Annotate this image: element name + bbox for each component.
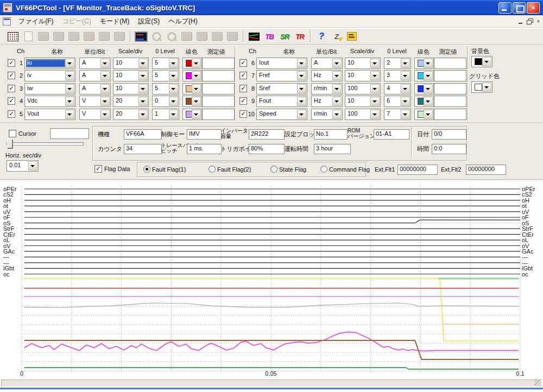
channel-5-name-select[interactable]: Vout <box>24 109 75 120</box>
cursor-slider[interactable] <box>7 142 84 146</box>
channel-4-level-select[interactable]: 0 <box>152 96 179 107</box>
channel-5-scale-select[interactable]: 20 <box>113 109 149 120</box>
channel-3-scale-select[interactable]: 10 <box>113 83 149 94</box>
channel-3-level-select[interactable]: 5 <box>152 83 179 94</box>
menu-help[interactable]: ヘルプ(H) <box>164 15 202 28</box>
channel-7-value-field[interactable] <box>434 70 466 81</box>
date-field[interactable]: 0/0 <box>432 129 466 140</box>
state-flag-radio[interactable] <box>270 166 277 173</box>
ext-flt2-field[interactable]: 00000000 <box>466 165 506 175</box>
report-button[interactable] <box>345 30 359 43</box>
trace-button[interactable]: TR <box>293 30 307 43</box>
control-mode-field[interactable]: IMV <box>187 129 222 140</box>
channel-8-unit-select[interactable]: r/min <box>311 83 343 94</box>
channel-6-value-field[interactable] <box>434 58 466 69</box>
channel-1-name-select[interactable]: iu <box>24 58 75 69</box>
serial-button[interactable]: SR <box>277 30 292 43</box>
channel-4-color-select[interactable] <box>182 96 202 107</box>
time-field[interactable]: 0:0 <box>432 144 466 154</box>
traceback-pitch-field[interactable]: 1 ms <box>187 144 222 154</box>
channel-10-name-select[interactable]: Speed <box>256 109 307 120</box>
transfer-button[interactable] <box>225 30 239 43</box>
channel-2-color-select[interactable] <box>182 70 202 81</box>
monitor-button[interactable] <box>134 30 148 43</box>
channel-9-color-select[interactable] <box>414 96 434 107</box>
cursor-slider-thumb[interactable] <box>7 139 12 148</box>
minimize-button[interactable] <box>498 2 512 14</box>
channel-8-value-field[interactable] <box>434 83 466 94</box>
channel-2-scale-select[interactable]: 10 <box>113 70 149 81</box>
runtime-field[interactable]: 3 hour <box>314 144 351 154</box>
child-restore-button[interactable] <box>526 18 534 25</box>
channel-9-name-select[interactable]: Fout <box>256 96 307 107</box>
grid-color-select[interactable] <box>471 81 493 93</box>
channel-2-unit-select[interactable]: A <box>79 70 111 81</box>
channel-3-name-select[interactable]: iw <box>24 83 75 94</box>
channel-8-color-select[interactable] <box>414 83 434 94</box>
channel-1-unit-select[interactable]: A <box>79 58 111 69</box>
save-button[interactable] <box>67 30 81 43</box>
channel-3-color-select[interactable] <box>182 83 202 94</box>
channel-6-scale-select[interactable]: 10 <box>345 58 381 69</box>
child-window-icon[interactable] <box>3 17 11 26</box>
trace-view-button[interactable] <box>247 30 261 43</box>
channel-10-value-field[interactable] <box>434 109 466 120</box>
print2-button[interactable] <box>210 30 224 43</box>
channel-10-scale-select[interactable]: 100 <box>345 109 381 120</box>
channel-1-scale-select[interactable]: 10 <box>113 58 149 69</box>
resize-grip[interactable] <box>534 380 541 386</box>
channel-3-unit-select[interactable]: A <box>79 83 111 94</box>
inverter-capacity-field[interactable]: 2R222 <box>249 129 285 140</box>
child-minimize-button[interactable] <box>517 18 525 25</box>
channel-7-color-select[interactable] <box>414 70 434 81</box>
channel-7-scale-select[interactable]: 10 <box>345 70 381 81</box>
channel-10-unit-select[interactable]: r/min <box>311 109 343 120</box>
channel-4-name-select[interactable]: Vdc <box>24 96 75 107</box>
channel-8-scale-select[interactable]: 100 <box>345 83 381 94</box>
channel-9-level-select[interactable]: 6 <box>384 96 411 107</box>
channel-4-value-field[interactable] <box>202 96 235 107</box>
channel-5-unit-select[interactable]: V <box>79 109 111 120</box>
channel-1-color-select[interactable] <box>182 58 202 69</box>
channel-6-color-select[interactable] <box>414 58 434 69</box>
channel-7-name-select[interactable]: Fref <box>256 70 307 81</box>
channel-9-unit-select[interactable]: Hz <box>311 96 343 107</box>
channel-9-value-field[interactable] <box>434 96 466 107</box>
counter-field[interactable]: 34 <box>124 144 162 154</box>
channel-1-value-field[interactable] <box>202 58 235 69</box>
channel-2-value-field[interactable] <box>202 70 235 81</box>
trigger-point-field[interactable]: 80% <box>249 144 285 154</box>
channel-8-name-select[interactable]: Sref <box>256 83 307 94</box>
channel-6-level-select[interactable]: 2 <box>384 58 411 69</box>
channel-9-scale-select[interactable]: 10 <box>345 96 381 107</box>
open-button[interactable] <box>36 30 50 43</box>
channel-2-level-select[interactable]: 5 <box>152 70 179 81</box>
maximize-button[interactable] <box>513 2 526 14</box>
fault-flag1-radio[interactable] <box>143 166 150 173</box>
channel-5-color-select[interactable] <box>182 109 202 120</box>
bg-color-select[interactable] <box>471 56 493 67</box>
command-flag-radio[interactable] <box>320 166 327 173</box>
channel-5-level-select[interactable]: 1 <box>152 109 179 120</box>
ext-flt1-field[interactable]: 00000000 <box>397 165 438 175</box>
menu-mode[interactable]: モード(M) <box>96 15 134 28</box>
channel-1-level-select[interactable]: 5 <box>152 58 179 69</box>
flag-data-checkbox[interactable]: ✓ <box>94 165 102 173</box>
machine-field[interactable]: VF66A <box>124 129 162 140</box>
history-button[interactable] <box>180 30 194 43</box>
traceback-button[interactable]: TB <box>262 30 276 43</box>
cursor-checkbox[interactable] <box>9 130 16 137</box>
channel-5-value-field[interactable] <box>202 109 235 120</box>
channel-4-unit-select[interactable]: V <box>79 96 111 107</box>
horiz-secdiv-select[interactable]: 0.01 <box>7 160 39 172</box>
close-button[interactable]: × <box>527 2 540 14</box>
edit-button[interactable]: Z <box>330 30 344 43</box>
fault-flag2-radio[interactable] <box>209 166 216 173</box>
child-close-button[interactable]: × <box>534 18 542 25</box>
menu-file[interactable]: ファイル(F) <box>14 15 58 28</box>
channel-6-unit-select[interactable]: A <box>311 58 343 69</box>
channel-10-level-select[interactable]: 7 <box>384 109 411 120</box>
cursor-value-field[interactable] <box>50 128 89 139</box>
channel-6-name-select[interactable]: Iout <box>256 58 307 69</box>
setting-block-field[interactable]: No.1 <box>314 129 348 140</box>
